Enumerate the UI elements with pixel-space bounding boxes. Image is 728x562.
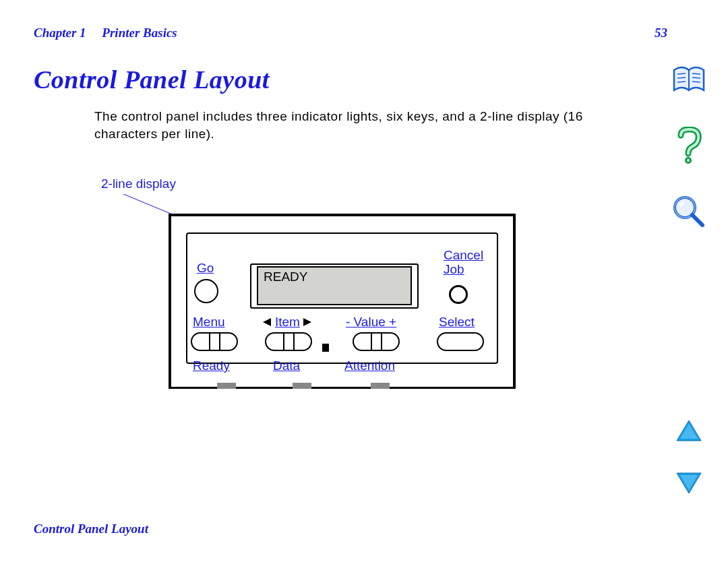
help-icon[interactable] <box>670 127 708 164</box>
chapter-heading: Chapter 1 Printer Basics <box>34 26 177 40</box>
page-down-button[interactable] <box>675 472 702 495</box>
book-icon[interactable] <box>670 61 708 98</box>
cancel-job-line2: Job <box>444 262 464 276</box>
ready-light-label[interactable]: Ready <box>193 358 230 373</box>
arrow-left-icon <box>263 318 271 326</box>
data-indicator-light <box>293 383 311 389</box>
menu-button[interactable] <box>191 332 238 351</box>
footer-section-title: Control Panel Layout <box>34 522 148 536</box>
cancel-job-label[interactable]: Cancel Job <box>444 249 483 277</box>
chapter-number: Chapter 1 <box>34 26 86 40</box>
go-key-label[interactable]: Go <box>197 261 214 276</box>
page-number: 53 <box>655 26 667 40</box>
svg-point-9 <box>687 159 690 162</box>
job-indicator-icon <box>322 344 329 352</box>
select-key-label[interactable]: Select <box>439 315 475 330</box>
go-button[interactable] <box>194 279 218 303</box>
page-title: Control Panel Layout <box>34 65 694 94</box>
item-key-label-group[interactable]: Item <box>263 315 303 330</box>
item-key-label: Item <box>275 315 300 329</box>
attention-light-label[interactable]: Attention <box>344 358 395 373</box>
chapter-title: Printer Basics <box>102 26 177 40</box>
value-button[interactable] <box>353 332 400 351</box>
select-button[interactable] <box>437 332 484 351</box>
cancel-job-button[interactable] <box>449 285 468 304</box>
lcd-display: READY <box>257 266 412 305</box>
search-icon[interactable] <box>670 193 708 230</box>
svg-line-12 <box>692 215 702 225</box>
cancel-job-line1: Cancel <box>444 248 483 262</box>
menu-key-label[interactable]: Menu <box>193 315 225 330</box>
document-page: Chapter 1 Printer Basics 53 Control Pane… <box>0 0 728 562</box>
arrow-right-icon <box>303 318 311 326</box>
attention-indicator-light <box>371 383 390 389</box>
ready-indicator-light <box>217 383 236 389</box>
callout-2line-display: 2-line display <box>101 177 176 191</box>
value-key-label[interactable]: - Value + <box>346 315 396 330</box>
data-light-label[interactable]: Data <box>273 358 300 373</box>
lcd-text: READY <box>264 270 307 284</box>
control-panel-diagram: Go Cancel Job READY Menu Item - Value + … <box>169 214 516 389</box>
page-header: Chapter 1 Printer Basics 53 <box>34 26 694 46</box>
body-paragraph: The control panel includes three indicat… <box>94 108 634 142</box>
panel-inner-frame: Go Cancel Job READY Menu Item - Value + … <box>186 232 498 364</box>
item-button[interactable] <box>265 332 312 351</box>
page-up-button[interactable] <box>675 419 702 442</box>
